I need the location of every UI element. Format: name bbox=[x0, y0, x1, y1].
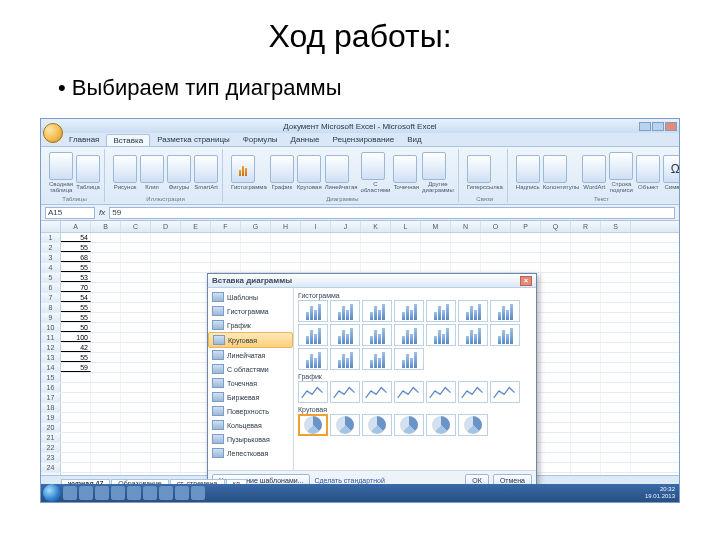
cell[interactable] bbox=[91, 333, 121, 342]
cell[interactable] bbox=[601, 413, 631, 422]
cell[interactable] bbox=[151, 473, 181, 475]
cell[interactable] bbox=[151, 293, 181, 302]
cell[interactable] bbox=[601, 453, 631, 462]
cell[interactable] bbox=[151, 403, 181, 412]
name-box[interactable]: A15 bbox=[45, 207, 95, 219]
chart-subtype-thumb[interactable] bbox=[490, 300, 520, 322]
cell[interactable] bbox=[91, 343, 121, 352]
cell[interactable] bbox=[541, 473, 571, 475]
cell[interactable] bbox=[151, 313, 181, 322]
ribbon-tab-data[interactable]: Данные bbox=[285, 134, 326, 145]
cell[interactable] bbox=[511, 243, 541, 252]
cell[interactable] bbox=[601, 353, 631, 362]
list-doughnut[interactable]: Кольцевая bbox=[208, 418, 293, 432]
set-default-link[interactable]: Сделать стандартной bbox=[314, 477, 384, 484]
cell[interactable] bbox=[541, 273, 571, 282]
cell[interactable] bbox=[571, 393, 601, 402]
cell[interactable] bbox=[571, 453, 601, 462]
row-header[interactable]: 11 bbox=[41, 333, 61, 342]
cell[interactable] bbox=[91, 383, 121, 392]
table-icon[interactable] bbox=[76, 155, 100, 183]
cell[interactable] bbox=[601, 243, 631, 252]
cell[interactable] bbox=[211, 243, 241, 252]
chart-subtype-thumb[interactable] bbox=[330, 414, 360, 436]
cell[interactable] bbox=[121, 403, 151, 412]
cell[interactable] bbox=[541, 373, 571, 382]
col-P[interactable]: P bbox=[511, 221, 541, 232]
formula-input[interactable]: 59 bbox=[109, 207, 675, 219]
cell[interactable] bbox=[151, 443, 181, 452]
chart-subtype-thumb[interactable] bbox=[330, 300, 360, 322]
cell[interactable] bbox=[601, 303, 631, 312]
cell[interactable] bbox=[61, 403, 91, 412]
cell[interactable] bbox=[541, 253, 571, 262]
chart-subtype-thumb[interactable] bbox=[458, 381, 488, 403]
ribbon-tab-formulas[interactable]: Формулы bbox=[237, 134, 284, 145]
cell[interactable] bbox=[541, 343, 571, 352]
chart-subtype-thumb[interactable] bbox=[426, 414, 456, 436]
line-chart-icon[interactable] bbox=[270, 155, 294, 183]
cell[interactable] bbox=[481, 253, 511, 262]
chart-subtype-thumb[interactable] bbox=[426, 324, 456, 346]
cell[interactable] bbox=[121, 473, 151, 475]
list-templates[interactable]: Шаблоны bbox=[208, 290, 293, 304]
row-header[interactable]: 3 bbox=[41, 253, 61, 262]
cell[interactable] bbox=[541, 413, 571, 422]
cell[interactable] bbox=[91, 323, 121, 332]
cell[interactable] bbox=[571, 263, 601, 272]
cell[interactable] bbox=[571, 443, 601, 452]
cell[interactable] bbox=[541, 353, 571, 362]
cell[interactable] bbox=[121, 323, 151, 332]
clip-icon[interactable] bbox=[140, 155, 164, 183]
cell[interactable] bbox=[151, 253, 181, 262]
col-K[interactable]: K bbox=[361, 221, 391, 232]
chart-subtype-thumb[interactable] bbox=[298, 324, 328, 346]
column-chart-icon[interactable] bbox=[231, 155, 255, 183]
chart-subtype-thumb[interactable] bbox=[362, 348, 392, 370]
picture-icon[interactable] bbox=[113, 155, 137, 183]
col-M[interactable]: M bbox=[421, 221, 451, 232]
cell[interactable]: 54 bbox=[61, 293, 91, 302]
row-header[interactable]: 15 bbox=[41, 373, 61, 382]
row-header[interactable]: 17 bbox=[41, 393, 61, 402]
cell[interactable] bbox=[211, 263, 241, 272]
cell[interactable] bbox=[241, 263, 271, 272]
other-charts-icon[interactable] bbox=[422, 152, 446, 180]
cell[interactable] bbox=[121, 393, 151, 402]
row-header[interactable]: 5 bbox=[41, 273, 61, 282]
row-header[interactable]: 6 bbox=[41, 283, 61, 292]
cell[interactable] bbox=[601, 463, 631, 472]
cell[interactable] bbox=[211, 233, 241, 242]
cell[interactable] bbox=[511, 263, 541, 272]
cell[interactable] bbox=[571, 463, 601, 472]
row-header[interactable]: 20 bbox=[41, 423, 61, 432]
ribbon-tab-insert[interactable]: Вставка bbox=[106, 134, 150, 146]
cell[interactable] bbox=[121, 273, 151, 282]
taskbar-clock[interactable]: 20:3219.01.2013 bbox=[645, 486, 677, 500]
row-header[interactable]: 24 bbox=[41, 463, 61, 472]
cell[interactable] bbox=[571, 243, 601, 252]
cell[interactable] bbox=[361, 233, 391, 242]
cell[interactable] bbox=[451, 263, 481, 272]
spreadsheet-grid[interactable]: A B C D E F G H I J K L M N O P Q R S 15… bbox=[41, 221, 679, 475]
cell[interactable] bbox=[91, 393, 121, 402]
cell[interactable] bbox=[601, 323, 631, 332]
bar-chart-icon[interactable] bbox=[325, 155, 349, 183]
cell[interactable] bbox=[61, 423, 91, 432]
chart-subtype-thumb[interactable] bbox=[394, 324, 424, 346]
cell[interactable] bbox=[91, 233, 121, 242]
row-header[interactable]: 2 bbox=[41, 243, 61, 252]
col-N[interactable]: N bbox=[451, 221, 481, 232]
cell[interactable] bbox=[151, 333, 181, 342]
chart-subtype-thumb[interactable] bbox=[362, 300, 392, 322]
cell[interactable]: 59 bbox=[61, 363, 91, 372]
list-bubble[interactable]: Пузырьковая bbox=[208, 432, 293, 446]
row-header[interactable]: 1 bbox=[41, 233, 61, 242]
cell[interactable] bbox=[121, 433, 151, 442]
cell[interactable] bbox=[571, 283, 601, 292]
cell[interactable] bbox=[571, 233, 601, 242]
cell[interactable] bbox=[241, 253, 271, 262]
textbox-icon[interactable] bbox=[516, 155, 540, 183]
cell[interactable] bbox=[91, 253, 121, 262]
cell[interactable] bbox=[481, 243, 511, 252]
